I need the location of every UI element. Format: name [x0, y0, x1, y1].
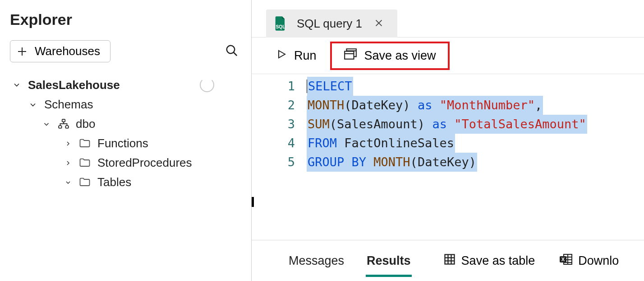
tree-node-label: Tables — [97, 175, 131, 189]
save-as-table-label: Save as table — [461, 254, 535, 268]
tab-close-button[interactable] — [372, 16, 386, 31]
warehouses-button-label: Warehouses — [35, 44, 100, 58]
line-number: 5 — [252, 153, 295, 172]
tree-node-label: Schemas — [44, 98, 93, 112]
run-button[interactable]: Run — [268, 43, 325, 68]
tree-node-label: dbo — [76, 117, 95, 131]
tab-results[interactable]: Results — [366, 249, 412, 272]
code-line: SUM(SalesAmount) as "TotalSalesAmount" — [307, 115, 644, 134]
save-as-view-highlight: Save as view — [330, 42, 450, 70]
line-number: 2 — [252, 96, 295, 115]
save-as-view-label: Save as view — [364, 49, 436, 63]
svg-rect-5 — [59, 126, 62, 128]
svg-point-2 — [227, 46, 235, 54]
loading-spinner-icon — [200, 78, 214, 92]
tree-node-storedprocedures[interactable]: StoredProcedures — [10, 153, 241, 173]
save-as-view-button[interactable]: Save as view — [332, 43, 448, 68]
svg-text:X: X — [561, 257, 565, 262]
svg-rect-14 — [445, 254, 454, 264]
tab-sql-query-1[interactable]: SQL SQL query 1 — [266, 9, 397, 37]
results-tabstrip: Messages Results Save as table X — [252, 240, 644, 281]
svg-rect-11 — [345, 51, 354, 59]
chevron-down-icon — [64, 179, 72, 186]
tree-node-label: StoredProcedures — [97, 156, 192, 170]
tree-node-dbo[interactable]: dbo — [10, 114, 241, 134]
svg-text:SQL: SQL — [276, 24, 285, 29]
editor-panel: SQL SQL query 1 Run — [252, 0, 644, 281]
add-warehouses-button[interactable]: Warehouses — [10, 40, 110, 62]
close-icon — [374, 23, 384, 29]
windows-stack-icon — [344, 48, 357, 64]
svg-rect-6 — [65, 126, 69, 128]
code-line: GROUP BY MONTH(DateKey) — [307, 153, 644, 172]
sql-file-icon: SQL — [274, 16, 287, 31]
chevron-down-icon — [28, 100, 38, 109]
download-excel-button[interactable]: X Downlo — [557, 250, 621, 272]
code-line: FROM FactOnlineSales — [307, 134, 644, 153]
tree-node-label: Functions — [97, 136, 148, 150]
play-icon — [276, 48, 287, 64]
line-number: 4 — [252, 134, 295, 153]
editor-toolbar: Run Save as view — [252, 37, 644, 74]
excel-icon: X — [559, 253, 573, 269]
split-handle-icon[interactable] — [252, 197, 254, 207]
run-button-label: Run — [294, 49, 317, 63]
line-number: 3 — [252, 115, 295, 134]
explorer-tree: SalesLakehouse Schemas — [10, 75, 241, 192]
folder-icon — [78, 157, 91, 169]
explorer-title: Explorer — [10, 11, 241, 28]
schema-icon — [58, 118, 69, 130]
tree-node-label: SalesLakehouse — [28, 78, 120, 92]
chevron-right-icon — [64, 159, 72, 167]
tree-node-schemas[interactable]: Schemas — [10, 95, 241, 114]
svg-rect-4 — [62, 119, 65, 122]
download-label: Downlo — [578, 254, 619, 268]
code-line: MONTH(DateKey) as "MonthNumber", — [307, 96, 644, 115]
tree-node-saleslakehouse[interactable]: SalesLakehouse — [10, 75, 241, 95]
save-as-table-button[interactable]: Save as table — [442, 250, 537, 272]
line-number: 1 — [252, 77, 295, 96]
table-grid-icon — [443, 253, 456, 269]
code-line: SELECT — [307, 77, 644, 96]
svg-marker-10 — [279, 51, 285, 58]
folder-icon — [78, 176, 91, 189]
svg-line-3 — [234, 52, 237, 56]
tree-node-tables[interactable]: Tables — [10, 173, 241, 192]
tab-label: SQL query 1 — [297, 17, 362, 31]
tab-bar: SQL SQL query 1 — [252, 0, 644, 37]
chevron-down-icon — [12, 80, 22, 89]
chevron-right-icon — [64, 140, 72, 147]
search-icon — [225, 52, 239, 59]
tab-messages[interactable]: Messages — [288, 249, 345, 272]
folder-icon — [78, 137, 91, 150]
explorer-panel: Explorer Warehouses — [0, 0, 252, 281]
search-button[interactable] — [222, 41, 241, 61]
plus-icon — [17, 46, 28, 57]
chevron-down-icon — [41, 120, 51, 128]
tree-node-functions[interactable]: Functions — [10, 134, 241, 153]
